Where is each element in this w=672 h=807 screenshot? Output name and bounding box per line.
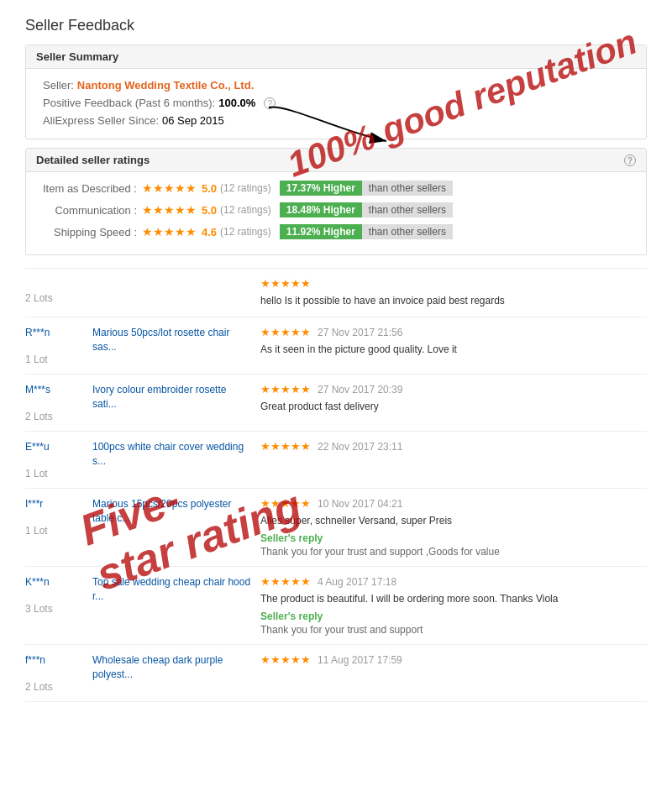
rating-row: Communication : ★★★★★ 5.0 (12 ratings) 1… bbox=[36, 202, 636, 217]
rating-stars-1: ★★★★★ bbox=[142, 203, 197, 217]
detailed-ratings-help-icon[interactable]: ? bbox=[624, 155, 636, 166]
higher-badge-2: 11.92% Higher bbox=[280, 224, 362, 239]
rating-score-2: 4.6 bbox=[202, 226, 217, 238]
seller-summary-box: Seller Summary Seller: Nantong Wedding T… bbox=[25, 45, 647, 139]
than-sellers-0: than other sellers bbox=[362, 181, 453, 196]
rating-stars-2: ★★★★★ bbox=[142, 225, 197, 238]
reviewer-col-0: 2 Lots bbox=[25, 277, 92, 304]
seller-since-date: 06 Sep 2015 bbox=[162, 114, 224, 127]
rating-count-1: (12 ratings) bbox=[220, 204, 271, 216]
rating-score-1: 5.0 bbox=[202, 204, 217, 217]
product-col-3: 100pcs white chair cover wedding s... bbox=[92, 440, 260, 469]
review-date-5: 4 Aug 2017 17:18 bbox=[318, 576, 396, 588]
reviewer-name-2[interactable]: M***s bbox=[25, 384, 50, 396]
product-link-5[interactable]: Top sale wedding cheap chair hood r... bbox=[92, 576, 250, 602]
list-item: M***s 2 Lots Ivory colour embroider rose… bbox=[25, 375, 647, 432]
seller-label: Seller: bbox=[43, 79, 74, 92]
product-link-2[interactable]: Ivory colour embroider rosette sati... bbox=[92, 384, 226, 410]
review-main-3: ★★★★★ 22 Nov 2017 23:11 bbox=[260, 440, 647, 456]
review-header-1: ★★★★★ 27 Nov 2017 21:56 bbox=[260, 326, 647, 338]
review-text-5: The product is beautiful. I will be orde… bbox=[260, 591, 647, 606]
rating-label-2: Shipping Speed : bbox=[36, 226, 137, 238]
review-date-2: 27 Nov 2017 20:39 bbox=[318, 384, 402, 396]
review-header-5: ★★★★★ 4 Aug 2017 17:18 bbox=[260, 575, 647, 588]
rating-score-0: 5.0 bbox=[202, 182, 217, 195]
review-stars-1: ★★★★★ bbox=[260, 326, 311, 338]
review-date-3: 22 Nov 2017 23:11 bbox=[318, 441, 402, 453]
sellers-reply-label-4: Seller's reply bbox=[260, 532, 647, 544]
reviewer-name-5[interactable]: K***n bbox=[25, 576, 50, 588]
review-main-4: ★★★★★ 10 Nov 2017 04:21 Alles super, sch… bbox=[260, 497, 647, 558]
review-stars-6: ★★★★★ bbox=[260, 653, 311, 666]
page-title: Seller Feedback bbox=[25, 17, 647, 34]
product-col-1: Marious 50pcs/lot rosette chair sas... bbox=[92, 326, 260, 354]
rating-count-2: (12 ratings) bbox=[220, 226, 271, 238]
reviewer-col-3: E***u 1 Lot bbox=[25, 440, 92, 479]
review-main-2: ★★★★★ 27 Nov 2017 20:39 Great product fa… bbox=[260, 383, 647, 414]
product-col-2: Ivory colour embroider rosette sati... bbox=[92, 383, 260, 411]
review-qty-5: 3 Lots bbox=[25, 603, 92, 615]
reviewer-col-2: M***s 2 Lots bbox=[25, 383, 92, 422]
review-qty-3: 1 Lot bbox=[25, 468, 92, 479]
positive-feedback-value: 100.0% bbox=[218, 97, 255, 109]
reviewer-col-6: f***n 2 Lots bbox=[25, 653, 92, 693]
rating-label-1: Communication : bbox=[36, 204, 137, 217]
review-qty-6: 2 Lots bbox=[25, 681, 92, 693]
review-header-4: ★★★★★ 10 Nov 2017 04:21 bbox=[260, 497, 647, 510]
rating-stars-0: ★★★★★ bbox=[142, 181, 197, 195]
list-item: E***u 1 Lot 100pcs white chair cover wed… bbox=[25, 432, 647, 489]
review-date-4: 10 Nov 2017 04:21 bbox=[318, 498, 402, 510]
review-main-5: ★★★★★ 4 Aug 2017 17:18 The product is be… bbox=[260, 575, 647, 636]
reviews-section: 2 Lots ★★★★★ hello Is it possible to hav… bbox=[25, 268, 647, 702]
reviewer-col-5: K***n 3 Lots bbox=[25, 575, 92, 615]
review-qty-0: 2 Lots bbox=[25, 292, 92, 304]
list-item: 2 Lots ★★★★★ hello Is it possible to hav… bbox=[25, 269, 647, 317]
product-col-5: Top sale wedding cheap chair hood r... bbox=[92, 575, 260, 604]
seller-summary-header: Seller Summary bbox=[26, 45, 646, 69]
positive-feedback-label: Positive Feedback (Past 6 months): bbox=[43, 97, 215, 109]
review-text-0: hello Is it possible to have an invoice … bbox=[260, 293, 647, 308]
than-sellers-1: than other sellers bbox=[362, 202, 453, 217]
review-text-4: Alles super, schneller Versand, super Pr… bbox=[260, 513, 647, 528]
reviewer-name-1[interactable]: R***n bbox=[25, 327, 50, 338]
product-link-3[interactable]: 100pcs white chair cover wedding s... bbox=[92, 441, 244, 467]
review-stars-2: ★★★★★ bbox=[260, 383, 311, 396]
help-icon[interactable]: ? bbox=[264, 97, 276, 109]
review-text-2: Great product fast delivery bbox=[260, 399, 647, 414]
seller-since-row: AliExpress Seller Since: 06 Sep 2015 bbox=[43, 114, 629, 127]
review-qty-2: 2 Lots bbox=[25, 411, 92, 422]
review-text-1: As it seen in the picture good quality. … bbox=[260, 342, 647, 357]
review-stars-4: ★★★★★ bbox=[260, 497, 311, 510]
rating-row: Shipping Speed : ★★★★★ 4.6 (12 ratings) … bbox=[36, 224, 636, 239]
detailed-ratings-box: Detailed seller ratings ? Item as Descri… bbox=[25, 148, 647, 255]
review-stars-3: ★★★★★ bbox=[260, 440, 311, 453]
reviewer-name-4[interactable]: I***r bbox=[25, 498, 43, 510]
review-date-6: 11 Aug 2017 17:59 bbox=[318, 654, 402, 666]
detailed-ratings-title: Detailed seller ratings bbox=[36, 154, 150, 166]
sellers-reply-label-5: Seller's reply bbox=[260, 610, 647, 622]
seller-since-label: AliExpress Seller Since: bbox=[43, 114, 159, 127]
review-main-0: ★★★★★ hello Is it possible to have an in… bbox=[260, 277, 647, 308]
reviewer-name-3[interactable]: E***u bbox=[25, 441, 50, 453]
product-link-6[interactable]: Wholesale cheap dark purple polyest... bbox=[92, 654, 223, 680]
seller-name-row: Seller: Nantong Wedding Textile Co., Ltd… bbox=[43, 79, 629, 92]
review-date-1: 27 Nov 2017 21:56 bbox=[318, 327, 402, 338]
review-main-1: ★★★★★ 27 Nov 2017 21:56 As it seen in th… bbox=[260, 326, 647, 357]
review-stars-0: ★★★★★ bbox=[260, 277, 311, 290]
ratings-content: Item as Described : ★★★★★ 5.0 (12 rating… bbox=[26, 172, 646, 254]
product-link-4[interactable]: Marious 15pcs/20pcs polyester table c... bbox=[92, 498, 231, 524]
reviewer-name-6[interactable]: f***n bbox=[25, 654, 45, 666]
positive-feedback-row: Positive Feedback (Past 6 months): 100.0… bbox=[43, 97, 629, 109]
detailed-ratings-header: Detailed seller ratings ? bbox=[26, 149, 646, 172]
review-stars-5: ★★★★★ bbox=[260, 575, 311, 588]
product-col-4: Marious 15pcs/20pcs polyester table c... bbox=[92, 497, 260, 526]
review-header-0: ★★★★★ bbox=[260, 277, 647, 290]
list-item: K***n 3 Lots Top sale wedding cheap chai… bbox=[25, 567, 647, 645]
review-main-6: ★★★★★ 11 Aug 2017 17:59 bbox=[260, 653, 647, 669]
higher-badge-0: 17.37% Higher bbox=[280, 181, 362, 196]
than-sellers-2: than other sellers bbox=[362, 224, 453, 239]
review-header-6: ★★★★★ 11 Aug 2017 17:59 bbox=[260, 653, 647, 666]
higher-badge-1: 18.48% Higher bbox=[280, 202, 362, 217]
seller-name-link[interactable]: Nantong Wedding Textile Co., Ltd. bbox=[77, 79, 254, 92]
product-link-1[interactable]: Marious 50pcs/lot rosette chair sas... bbox=[92, 327, 229, 353]
